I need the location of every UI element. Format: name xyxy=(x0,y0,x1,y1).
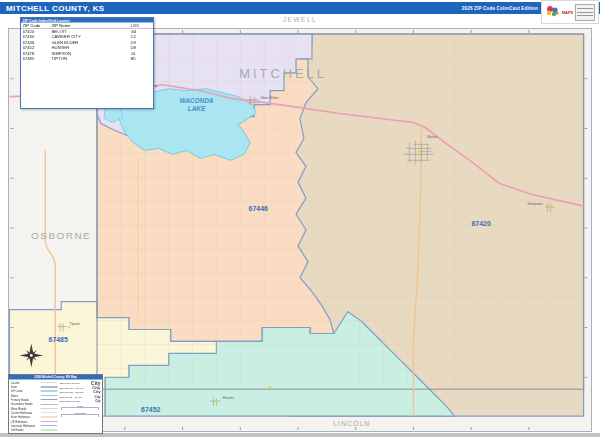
county-title: MITCHELL COUNTY, KS xyxy=(6,4,105,13)
svg-text:Tipton: Tipton xyxy=(69,321,80,326)
junction-dot xyxy=(68,327,70,329)
zip-label-67452: 67452 xyxy=(141,406,160,413)
legend-town-items: Town Over 50,000CityTown 25,000 - 50,000… xyxy=(59,381,100,404)
county-name-label: MITCHELL xyxy=(239,66,327,81)
col-loc: LOC xyxy=(131,23,151,29)
svg-text:Hunter: Hunter xyxy=(222,395,235,400)
zip-index-row: 67485TIPTONB5 xyxy=(21,56,153,62)
zip-label-67485: 67485 xyxy=(49,336,68,343)
legend-line-item: Toll Roads xyxy=(11,428,58,432)
lake-label-line2: LAKE xyxy=(188,105,206,112)
zip-index-panel: ZIP Code Index/Grid Locator ZIP Code ZIP… xyxy=(20,17,154,109)
col-zip-name: ZIP Name xyxy=(52,23,131,29)
scale-miles: Miles xyxy=(59,405,100,411)
svg-text:Simpson: Simpson xyxy=(527,201,542,206)
neighbor-county-south: LINCOLN xyxy=(333,420,370,427)
neighbor-county-west: OSBORNE xyxy=(31,230,91,241)
zip-label-67420: 67420 xyxy=(471,220,490,227)
legend-line-items: CountyStateZIP CodeWaterPrimary RoadsSec… xyxy=(11,381,58,433)
legend-town-item: Town Under 5,000City xyxy=(59,399,100,404)
zip-label-67446: 67446 xyxy=(249,205,268,212)
scale-kilometers: Kilometers xyxy=(59,412,100,418)
lake-label-line1: WACONDA xyxy=(179,97,213,104)
logo-brand-text: MAPS xyxy=(562,10,574,15)
title-bar: MITCHELL COUNTY, KS 2026 ZIP Code ColorC… xyxy=(0,2,600,14)
zip-index-rows: 67420BELOITG467430CAWKER CITYC267446GLEN… xyxy=(21,29,153,62)
junction-dot xyxy=(269,386,271,388)
svg-text:Glen Elder: Glen Elder xyxy=(260,95,279,100)
svg-text:Beloit: Beloit xyxy=(427,134,438,139)
map-legend-panel: 2026 Mitchell County, KS Map CountyState… xyxy=(8,374,103,434)
col-zip-code: ZIP Code xyxy=(23,23,52,29)
edition-label: 2026 ZIP Code ColorCast Edition xyxy=(462,6,538,11)
map-poster: MITCHELL COUNTY, KS 2026 ZIP Code ColorC… xyxy=(0,0,600,437)
